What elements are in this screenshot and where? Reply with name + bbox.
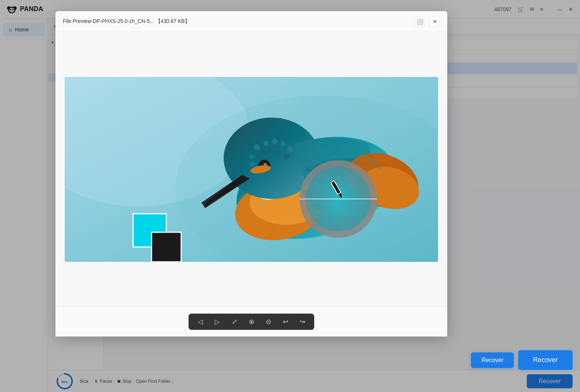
svg-point-28 (250, 161, 255, 166)
kingfisher-scene (65, 77, 438, 262)
preview-title: File Preview-DP-PHXS-25.0-zh_CN-5... 【43… (63, 18, 190, 25)
recover-large-button[interactable]: Recover (518, 350, 573, 370)
svg-point-25 (277, 150, 282, 155)
app-window: PANDA 487097 🛒 ✉ ≡ — ✕ ⌂ Home File Locat… (0, 0, 580, 392)
preview-toolbar: ◁ ▷ ⤢ ⊕ ⊖ ↩ ↪ (55, 307, 447, 337)
svg-rect-45 (152, 232, 181, 262)
zoom-out-btn[interactable]: ⊖ (263, 317, 274, 327)
rotate-right-btn[interactable]: ↪ (297, 317, 308, 327)
svg-point-22 (287, 146, 293, 152)
svg-point-20 (272, 139, 278, 145)
svg-point-26 (284, 153, 289, 159)
svg-point-19 (264, 141, 269, 146)
fit-btn[interactable]: ⤢ (229, 317, 240, 327)
preview-content (55, 32, 447, 307)
toolbar-strip: ◁ ▷ ⤢ ⊕ ⊖ ↩ ↪ (189, 314, 314, 330)
svg-point-23 (260, 150, 265, 155)
recover-secondary-button[interactable]: Recover (471, 352, 514, 368)
kingfisher-svg (65, 77, 438, 262)
rotate-left-btn[interactable]: ↩ (280, 317, 291, 327)
preview-title-bar: File Preview-DP-PHXS-25.0-zh_CN-5... 【43… (55, 11, 447, 32)
svg-point-18 (254, 144, 260, 150)
recover-buttons-area: Recover Recover (471, 350, 573, 370)
svg-point-27 (249, 154, 254, 159)
preview-maximize-btn[interactable]: ⬜ (415, 16, 425, 27)
next-btn[interactable]: ▷ (212, 317, 223, 327)
svg-point-24 (268, 147, 274, 153)
preview-title-controls: ⬜ ✕ (415, 16, 440, 27)
preview-close-btn[interactable]: ✕ (430, 16, 440, 27)
zoom-in-btn[interactable]: ⊕ (246, 317, 257, 327)
preview-modal: File Preview-DP-PHXS-25.0-zh_CN-5... 【43… (55, 11, 447, 337)
prev-btn[interactable]: ◁ (195, 317, 206, 327)
svg-point-21 (280, 142, 285, 147)
modal-overlay: File Preview-DP-PHXS-25.0-zh_CN-5... 【43… (0, 0, 580, 392)
